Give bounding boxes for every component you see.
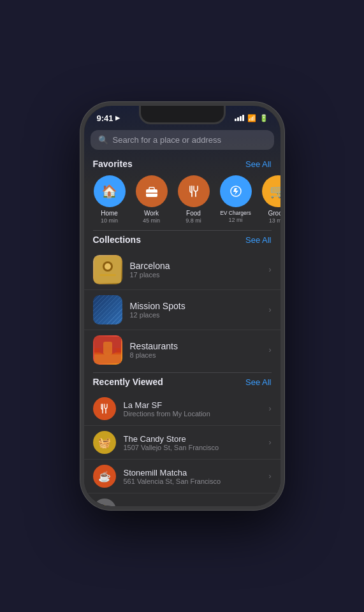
location-arrow-icon: ▶ xyxy=(115,115,120,121)
collection-count-restaurants: 8 places xyxy=(130,351,178,359)
collection-thumb-barcelona xyxy=(93,255,122,284)
favorites-see-all[interactable]: See All xyxy=(245,159,271,169)
battery-icon: 🔋 xyxy=(259,114,268,122)
collections-list: Barcelona 17 places › Mission Spots 12 p… xyxy=(84,247,280,372)
fav-grocery[interactable]: 🛒 Groc... 13 m... xyxy=(261,175,280,224)
collections-see-all[interactable]: See All xyxy=(245,235,271,245)
phone-screen: 9:41 ▶ 📶 🔋 🔍 Search for a plac xyxy=(84,106,280,506)
restaurants-thumb-img xyxy=(93,335,122,365)
recent-text-lamar: La Mar SF Directions from My Location xyxy=(124,400,210,418)
fav-food-sub: 9.8 mi xyxy=(186,217,201,224)
search-bar-container: 🔍 Search for a place or address xyxy=(84,126,280,155)
favorites-header: Favorites See All xyxy=(84,155,280,171)
collection-count-mission: 12 places xyxy=(130,311,186,319)
status-time: 9:41 ▶ xyxy=(97,113,120,123)
collection-barcelona[interactable]: Barcelona 17 places › xyxy=(84,250,280,290)
collections-title: Collections xyxy=(93,235,141,245)
fav-home-sub: 10 min xyxy=(101,217,118,224)
collections-header: Collections See All xyxy=(84,231,280,247)
recently-viewed-list: La Mar SF Directions from My Location › … xyxy=(84,390,280,506)
collection-count-barcelona: 17 places xyxy=(130,271,170,279)
recent-stonemill[interactable]: ☕ Stonemill Matcha 561 Valencia St, San … xyxy=(84,460,280,493)
barcelona-thumb-img xyxy=(93,255,122,284)
status-icons: 📶 🔋 xyxy=(235,114,268,122)
search-input[interactable]: Search for a place or address xyxy=(113,135,222,145)
fork-knife-small-icon xyxy=(99,403,110,414)
fav-grocery-sub: 13 m... xyxy=(269,217,280,224)
fav-food-icon xyxy=(178,175,210,207)
time-display: 9:41 xyxy=(97,113,113,123)
phone-device: 9:41 ▶ 📶 🔋 🔍 Search for a plac xyxy=(80,102,284,510)
fav-grocery-label: Groc... xyxy=(268,210,280,217)
chevron-right-icon-7: › xyxy=(269,506,272,506)
fork-knife-icon xyxy=(187,184,201,198)
fav-food[interactable]: Food 9.8 mi xyxy=(177,175,210,224)
recent-candy[interactable]: 🧺 The Candy Store 1507 Vallejo St, San F… xyxy=(84,426,280,460)
chevron-right-icon-5: › xyxy=(269,438,272,447)
collection-name-restaurants: Restaurants xyxy=(130,341,178,351)
fav-ev-sub: 12 mi xyxy=(228,217,242,223)
svg-rect-8 xyxy=(99,274,116,276)
recent-icon-california: ⭐ xyxy=(93,499,116,506)
wifi-icon: 📶 xyxy=(247,114,256,122)
collection-thumb-restaurants xyxy=(93,335,122,365)
recent-icon-stonemill: ☕ xyxy=(93,465,116,488)
svg-rect-14 xyxy=(103,342,112,354)
fav-work[interactable]: Work 45 min xyxy=(135,175,168,224)
recent-text-candy: The Candy Store 1507 Vallejo St, San Fra… xyxy=(124,434,219,451)
recently-viewed-title: Recently Viewed xyxy=(93,377,163,387)
favorites-title: Favorites xyxy=(93,159,133,169)
fav-food-label: Food xyxy=(186,210,201,217)
content-area[interactable]: 🔍 Search for a place or address Favorite… xyxy=(84,126,280,506)
chevron-right-icon-4: › xyxy=(269,404,272,413)
recently-viewed-header: Recently Viewed See All xyxy=(84,373,280,390)
recent-sub-stonemill: 561 Valencia St, San Francisco xyxy=(124,477,221,485)
recent-name-stonemill: Stonemill Matcha xyxy=(124,468,221,477)
svg-point-9 xyxy=(105,263,111,270)
recent-lamar[interactable]: La Mar SF Directions from My Location › xyxy=(84,392,280,426)
mission-thumb-img xyxy=(93,295,122,324)
briefcase-icon xyxy=(145,184,159,198)
fav-home[interactable]: 🏠 Home 10 min xyxy=(93,175,126,224)
fav-ev-icon xyxy=(220,175,252,207)
recent-sub-lamar: Directions from My Location xyxy=(124,410,210,418)
fav-ev-label: EV Chargers xyxy=(220,210,251,216)
collection-mission[interactable]: Mission Spots 12 places › xyxy=(84,290,280,330)
recent-name-candy: The Candy Store xyxy=(124,434,219,444)
collection-name-mission: Mission Spots xyxy=(130,301,186,311)
status-bar: 9:41 ▶ 📶 🔋 xyxy=(84,106,280,126)
chevron-right-icon-6: › xyxy=(269,472,272,481)
fav-grocery-icon: 🛒 xyxy=(262,175,280,207)
signal-icon xyxy=(235,115,244,121)
recent-icon-lamar xyxy=(93,397,116,420)
fav-work-label: Work xyxy=(144,210,159,217)
collection-text-mission: Mission Spots 12 places xyxy=(130,301,186,319)
collection-thumb-mission xyxy=(93,295,122,324)
recent-text-california: California Academy of Sciences xyxy=(124,506,240,507)
recent-name-california: California Academy of Sciences xyxy=(124,506,240,507)
fav-home-icon: 🏠 xyxy=(94,175,126,207)
collection-text-barcelona: Barcelona 17 places xyxy=(130,261,170,279)
fav-home-label: Home xyxy=(101,210,118,217)
collection-restaurants[interactable]: Restaurants 8 places › xyxy=(84,330,280,370)
collection-text-restaurants: Restaurants 8 places xyxy=(130,341,178,359)
recent-name-lamar: La Mar SF xyxy=(124,400,210,410)
recent-text-stonemill: Stonemill Matcha 561 Valencia St, San Fr… xyxy=(124,468,221,485)
fav-work-sub: 45 min xyxy=(143,217,160,224)
chevron-right-icon-3: › xyxy=(269,346,272,354)
recent-california[interactable]: ⭐ California Academy of Sciences › xyxy=(84,493,280,506)
recently-viewed-see-all[interactable]: See All xyxy=(245,377,271,387)
search-bar[interactable]: 🔍 Search for a place or address xyxy=(91,130,274,150)
search-icon: 🔍 xyxy=(98,135,108,145)
ev-charger-icon xyxy=(229,184,243,198)
svg-rect-1 xyxy=(149,187,154,191)
recent-icon-candy: 🧺 xyxy=(93,431,116,454)
fav-work-icon xyxy=(136,175,168,207)
favorites-list: 🏠 Home 10 min Work 45 min xyxy=(84,171,280,230)
recent-sub-candy: 1507 Vallejo St, San Francisco xyxy=(124,444,219,451)
fav-ev[interactable]: EV Chargers 12 mi xyxy=(219,175,252,224)
chevron-right-icon-2: › xyxy=(269,305,272,314)
collection-name-barcelona: Barcelona xyxy=(130,261,170,271)
chevron-right-icon: › xyxy=(269,265,272,274)
